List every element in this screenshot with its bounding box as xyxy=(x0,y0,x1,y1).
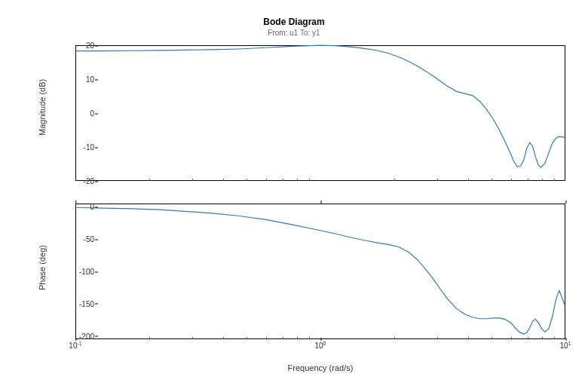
xtick-minor xyxy=(542,337,543,339)
xtick: 101 xyxy=(559,341,571,350)
xtick-minor xyxy=(394,337,395,339)
xtick-minor xyxy=(266,179,267,181)
xtick-minor xyxy=(223,179,224,181)
xtick-minor xyxy=(528,337,528,339)
xtick-minor xyxy=(492,179,492,181)
phase-axes xyxy=(75,204,565,339)
ytick: -200 xyxy=(64,332,94,340)
magnitude-axes xyxy=(75,45,565,181)
xtick-minor xyxy=(511,337,512,339)
xtick-minor xyxy=(511,179,512,181)
ytick: -100 xyxy=(64,268,94,276)
magnitude-trace xyxy=(76,46,565,180)
xtick-minor xyxy=(554,337,555,339)
xtick-minor xyxy=(247,337,247,339)
chart-title: Bode Diagram xyxy=(0,17,588,27)
ytick: 10 xyxy=(64,75,94,84)
xtick-minor xyxy=(192,337,193,339)
ytick: -50 xyxy=(64,235,94,243)
xtick: 100 xyxy=(314,341,326,350)
ytick: -20 xyxy=(64,177,94,185)
xtick-minor xyxy=(394,179,395,181)
xtick-minor xyxy=(542,179,543,181)
xtick-minor xyxy=(223,337,224,339)
xtick-minor xyxy=(266,337,267,339)
xtick-minor xyxy=(437,337,438,339)
ylabel-phase: Phase (deg) xyxy=(38,245,47,290)
ytick: -10 xyxy=(64,143,94,152)
xlabel: Frequency (rad/s) xyxy=(75,363,565,372)
xtick-minor xyxy=(468,337,469,339)
xtick-minor xyxy=(149,337,150,339)
xtick-minor xyxy=(554,179,555,181)
xtick-minor xyxy=(309,179,310,181)
title-block: Bode Diagram From: u1 To: y1 xyxy=(0,17,588,37)
xtick-minor xyxy=(437,179,438,181)
xtick-minor xyxy=(192,179,193,181)
xtick-minor xyxy=(283,179,283,181)
xtick-minor xyxy=(309,337,310,339)
ytick: 0 xyxy=(64,109,94,118)
xtick-minor xyxy=(468,179,469,181)
phase-trace xyxy=(76,204,565,338)
ytick: 20 xyxy=(64,41,94,50)
xtick-minor xyxy=(528,179,528,181)
ytick: -150 xyxy=(64,299,94,308)
xtick-minor xyxy=(492,337,492,339)
xtick: 10-1 xyxy=(69,341,81,350)
xtick-minor xyxy=(297,179,298,181)
bode-figure: Bode Diagram From: u1 To: y1 Magnitude (… xyxy=(0,0,588,392)
chart-subtitle: From: u1 To: y1 xyxy=(0,29,588,37)
xtick-minor xyxy=(149,179,150,181)
ylabel-magnitude: Magnitude (dB) xyxy=(38,79,47,136)
xtick-minor xyxy=(283,337,283,339)
ytick: 0 xyxy=(64,203,94,211)
xtick-minor xyxy=(297,337,298,339)
xtick-minor xyxy=(247,179,247,181)
